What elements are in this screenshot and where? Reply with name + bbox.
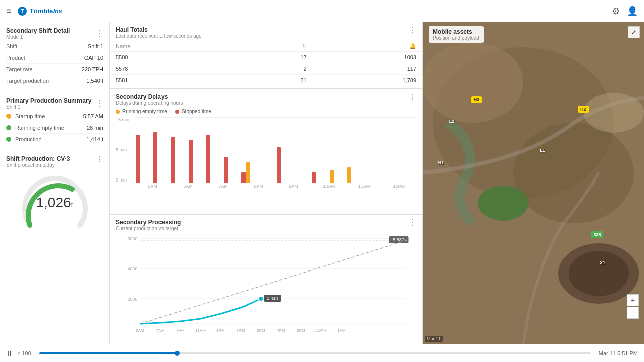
secondary-delays-title: Secondary Delays: [116, 93, 183, 100]
bar-group: [330, 170, 346, 183]
bar-red: [242, 172, 246, 183]
haul-totals-more-icon[interactable]: ⋮: [408, 26, 416, 34]
gauge-value: 1,026: [36, 195, 71, 210]
haul-col2: 2: [223, 63, 313, 75]
haul-totals-header: Haul Totals Last data received: a few se…: [110, 22, 422, 41]
secondary-processing-panel: Secondary Processing Current production …: [110, 215, 422, 344]
bar-group: [206, 135, 222, 183]
bar-group: [189, 140, 205, 183]
svg-text:2000: 2000: [127, 297, 137, 302]
nav-left: ≡ T Trimble. Insight: [6, 6, 62, 17]
haul-col-alert: 🔔: [313, 41, 422, 52]
svg-text:11AM: 11AM: [195, 328, 206, 333]
startup-time-row: Startup time 5:57 AM: [6, 111, 103, 122]
haul-col-refresh: ↻: [223, 41, 313, 52]
map-expand-button[interactable]: ⤢: [628, 26, 640, 38]
bar-red: [189, 140, 193, 183]
bar-orange: [246, 162, 250, 183]
bottom-bar: ⏸ × 100 Mar 11 5:51 PM: [0, 344, 644, 362]
svg-point-35: [569, 251, 629, 296]
label-L2: L2: [449, 119, 455, 124]
haul-col2: 17: [223, 52, 313, 63]
timeline-handle[interactable]: [175, 351, 180, 356]
secondary-shift-header: Secondary Shift Detail Mode 1 ⋮: [6, 27, 103, 40]
legend-running-empty: Running empty time: [116, 109, 167, 114]
svg-text:4000: 4000: [127, 266, 137, 272]
left-panel: Secondary Shift Detail Mode 1 ⋮ Shift Sh…: [0, 22, 110, 344]
mobile-assets-subtitle: Position and payload: [433, 35, 479, 41]
shift-production-title: Shift Production: CV-3: [6, 155, 70, 162]
secondary-delays-header: Secondary Delays Delays during operating…: [110, 89, 422, 108]
svg-line-14: [140, 240, 407, 324]
bar-group: [277, 147, 293, 183]
secondary-delays-more-icon[interactable]: ⋮: [408, 93, 416, 101]
x-axis: 5AM6AM7AM8AM9AM10AM11AM12PM: [116, 184, 416, 189]
svg-text:5PM: 5PM: [257, 328, 265, 333]
svg-text:5AM: 5AM: [136, 328, 144, 333]
svg-text:11PM: 11PM: [316, 328, 327, 333]
svg-point-31: [423, 42, 523, 123]
production-dot: [6, 137, 11, 142]
x-axis-label: 6AM: [171, 184, 205, 189]
table-row: 5578 2 117: [110, 63, 422, 75]
map-timestamp: Mar 11: [425, 336, 443, 342]
label-X1: X1: [600, 260, 605, 265]
secondary-processing-more-icon[interactable]: ⋮: [408, 219, 416, 227]
haul-table: Name ↻ 🔔 5500 17 1003 5578 2 117: [110, 41, 422, 89]
x-axis-label: 8AM: [242, 184, 275, 189]
menu-icon[interactable]: ≡: [6, 6, 12, 16]
bar-red: [206, 135, 210, 183]
shift-production-more-icon[interactable]: ⋮: [95, 155, 103, 163]
middle-panels: Haul Totals Last data received: a few se…: [110, 22, 423, 344]
product-row: Product GAP 10: [6, 52, 103, 64]
haul-col2: 31: [223, 75, 313, 86]
delays-bar-chart: 16 min 8 min 0 min 5AM6AM7AM8AM9AM10AM11…: [116, 117, 416, 193]
haul-totals-title: Haul Totals: [116, 26, 202, 33]
haul-name: 5581: [110, 75, 223, 86]
logo: T Trimble. Insight: [17, 6, 62, 17]
svg-text:9PM: 9PM: [297, 328, 305, 333]
secondary-shift-title: Secondary Shift Detail: [6, 27, 70, 34]
bar-orange: [347, 167, 351, 183]
svg-text:6000: 6000: [127, 236, 137, 241]
map-background: [423, 22, 644, 344]
time-label: Mar 11 5:51 PM: [599, 350, 638, 356]
zoom-in-button[interactable]: +: [627, 294, 639, 306]
play-pause-button[interactable]: ⏸: [6, 349, 13, 357]
bar-red: [136, 135, 140, 183]
bar-red: [171, 137, 175, 183]
haul-totals-subtitle: Last data received: a few seconds ago: [116, 33, 202, 39]
top-navigation: ≡ T Trimble. Insight ⚙ 👤: [0, 0, 644, 22]
svg-point-33: [478, 186, 528, 221]
asset-H2[interactable]: H2: [578, 106, 589, 113]
bar-red: [277, 147, 281, 183]
svg-text:3PM: 3PM: [236, 328, 245, 333]
timeline-fill: [39, 352, 177, 354]
x-axis-label: 5AM: [136, 184, 170, 189]
asset-green[interactable]: 338: [591, 231, 603, 238]
user-icon[interactable]: 👤: [627, 6, 638, 17]
shift-production-subtitle: Shift production today: [6, 162, 70, 168]
svg-text:1PM: 1PM: [216, 328, 225, 333]
timeline-progress[interactable]: [39, 352, 591, 354]
settings-icon[interactable]: ⚙: [612, 6, 620, 17]
nav-right: ⚙ 👤: [612, 6, 638, 17]
haul-col3: 117: [313, 63, 422, 75]
secondary-shift-more-icon[interactable]: ⋮: [95, 30, 103, 38]
table-row: 5500 17 1003: [110, 52, 422, 63]
main-layout: Secondary Shift Detail Mode 1 ⋮ Shift Sh…: [0, 22, 644, 344]
map-panel[interactable]: Mobile assets Position and payload: [423, 22, 644, 344]
mobile-assets-title: Mobile assets: [433, 28, 479, 35]
svg-text:Insight: Insight: [53, 8, 62, 15]
primary-production-more-icon[interactable]: ⋮: [95, 100, 103, 108]
map-header: Mobile assets Position and payload: [429, 26, 484, 43]
svg-text:5,880: 5,880: [393, 237, 405, 242]
secondary-shift-section: Secondary Shift Detail Mode 1 ⋮ Shift Sh…: [0, 22, 109, 92]
svg-text:1AM: 1AM: [337, 328, 346, 333]
asset-H3[interactable]: H3: [471, 96, 482, 103]
running-empty-row: Running empty time 28 min: [6, 122, 103, 134]
shift-row: Shift Shift 1: [6, 41, 103, 52]
gauge-container: 1,026t: [6, 170, 103, 235]
bar-red: [153, 132, 157, 183]
zoom-out-button[interactable]: −: [627, 307, 639, 319]
